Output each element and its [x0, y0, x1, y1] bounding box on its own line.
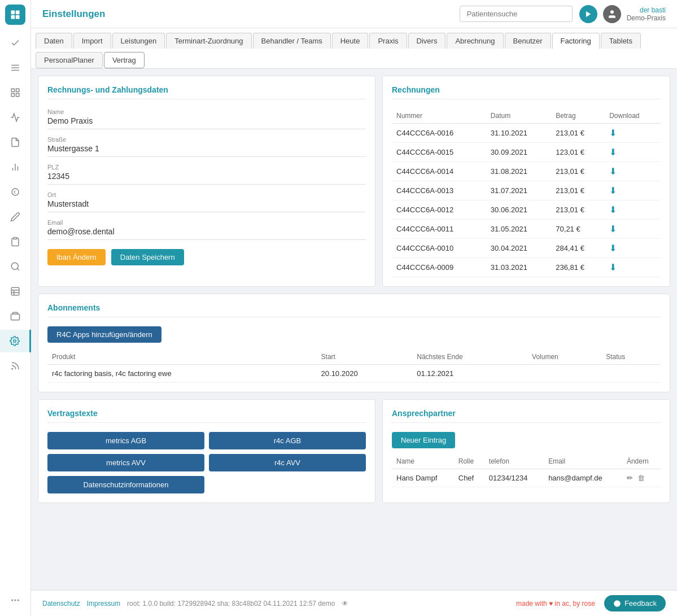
sidebar-item-check[interactable]: [4, 32, 27, 54]
page-title: Einstellungen: [42, 8, 460, 20]
delete-icon[interactable]: 🗑: [637, 474, 645, 482]
tab-benutzer[interactable]: Benutzer: [505, 33, 551, 49]
svg-text:€: €: [14, 190, 16, 195]
rechnungs-title: Rechnungs- und Zahlungsdaten: [47, 85, 366, 99]
add-apps-button[interactable]: R4C Apps hinzufügen/ändern: [47, 326, 161, 343]
download-cell[interactable]: ⬇: [605, 124, 661, 143]
sidebar-item-more[interactable]: [4, 589, 27, 611]
subtab-personalplaner[interactable]: PersonalPlaner: [36, 52, 103, 68]
ort-value: Musterstadt: [47, 199, 366, 212]
avatar[interactable]: [603, 5, 621, 23]
invoice-datum: 31.03.2021: [486, 258, 551, 277]
tab-daten[interactable]: Daten: [36, 33, 72, 49]
sidebar-item-chart[interactable]: [4, 106, 27, 129]
invoice-datum: 31.05.2021: [486, 220, 551, 239]
sidebar-item-analytics[interactable]: [4, 156, 27, 178]
download-icon[interactable]: ⬇: [609, 186, 617, 195]
metrics-avv-button[interactable]: metrics AVV: [47, 454, 204, 471]
app-logo[interactable]: [5, 5, 25, 25]
tab-praxis[interactable]: Praxis: [369, 33, 407, 49]
sidebar-item-pen[interactable]: [4, 206, 27, 228]
search-input[interactable]: [460, 6, 573, 22]
strasse-label: Straße: [47, 136, 366, 143]
download-icon[interactable]: ⬇: [609, 243, 617, 253]
r4c-avv-button[interactable]: r4c AVV: [209, 454, 366, 471]
sidebar-item-grid[interactable]: [4, 81, 27, 104]
abo-row: r4c factoring basis, r4c factoring ewe 2…: [47, 365, 661, 383]
col-nummer: Nummer: [392, 108, 486, 124]
download-icon[interactable]: ⬇: [609, 147, 617, 157]
tab-heute[interactable]: Heute: [332, 33, 369, 49]
vertragstexte-title: Vertragstexte: [47, 409, 366, 423]
tab-tablets[interactable]: Tablets: [601, 33, 641, 49]
sidebar-item-settings[interactable]: [0, 330, 31, 352]
impressum-link[interactable]: Impressum: [87, 600, 120, 608]
main-tabs: Daten Import Leistungen Terminart-Zuordn…: [36, 28, 672, 49]
content-area: Rechnungs- und Zahlungsdaten Name Demo P…: [31, 69, 677, 590]
download-icon[interactable]: ⬇: [609, 167, 617, 176]
sidebar-item-clipboard[interactable]: [4, 230, 27, 253]
tab-factoring[interactable]: Factoring: [552, 33, 600, 49]
iban-button[interactable]: Iban Ändern: [47, 249, 106, 265]
abo-col-produkt: Produkt: [47, 349, 317, 365]
datenschutz-button[interactable]: Datenschutzinformationen: [47, 476, 204, 493]
invoice-nummer: C44CCC6A-0009: [392, 258, 486, 277]
download-icon[interactable]: ⬇: [609, 205, 617, 215]
plz-value: 12345: [47, 172, 366, 185]
col-betrag: Betrag: [551, 108, 605, 124]
save-button[interactable]: Daten Speichern: [111, 249, 184, 265]
download-cell[interactable]: ⬇: [605, 220, 661, 239]
svg-rect-16: [14, 238, 17, 239]
table-row: C44CCC6A-0012 30.06.2021 213,01 € ⬇: [392, 200, 661, 220]
feedback-button[interactable]: Feedback: [604, 595, 666, 611]
sidebar-item-rss[interactable]: [4, 355, 27, 377]
r4c-agb-button[interactable]: r4c AGB: [209, 432, 366, 449]
sidebar-item-search[interactable]: [4, 255, 27, 278]
svg-point-26: [15, 600, 16, 601]
ap-col-name: Name: [392, 454, 454, 469]
sidebar-item-menu[interactable]: [4, 56, 27, 79]
svg-point-25: [12, 369, 13, 370]
invoice-nummer: C44CCC6A-0016: [392, 124, 486, 143]
email-group: Email demo@rose.dental: [47, 219, 366, 240]
ap-actions: ✏ 🗑: [622, 469, 661, 487]
download-icon[interactable]: ⬇: [609, 128, 617, 138]
sidebar-item-document[interactable]: [4, 131, 27, 154]
download-cell[interactable]: ⬇: [605, 181, 661, 200]
svg-rect-10: [16, 94, 19, 97]
play-button[interactable]: [579, 5, 597, 23]
tab-abrechnung[interactable]: Abrechnung: [447, 33, 503, 49]
subtab-vertrag[interactable]: Vertrag: [104, 52, 145, 68]
svg-rect-9: [11, 94, 14, 97]
bottom-panels: Vertragstexte metrics AGB r4c AGB metric…: [38, 399, 670, 503]
datenschutz-link[interactable]: Datenschutz: [42, 600, 80, 608]
abo-col-ende: Nächstes Ende: [412, 349, 527, 365]
download-cell[interactable]: ⬇: [605, 143, 661, 162]
tab-leistungen[interactable]: Leistungen: [112, 33, 165, 49]
ansprechpartner-panel: Ansprechpartner Neuer Eintrag Name Rolle…: [382, 399, 670, 503]
col-download: Download: [605, 108, 661, 124]
svg-marker-29: [586, 11, 591, 17]
download-icon[interactable]: ⬇: [609, 263, 617, 272]
name-value: Demo Praxis: [47, 116, 366, 129]
sidebar-item-table[interactable]: [4, 280, 27, 303]
download-cell[interactable]: ⬇: [605, 200, 661, 220]
download-cell[interactable]: ⬇: [605, 239, 661, 258]
download-icon[interactable]: ⬇: [609, 224, 617, 234]
invoice-betrag: 236,81 €: [551, 258, 605, 277]
sidebar-item-id[interactable]: [4, 305, 27, 327]
tab-terminart[interactable]: Terminart-Zuordnung: [166, 33, 251, 49]
download-cell[interactable]: ⬇: [605, 162, 661, 181]
ap-name: Hans Dampf: [392, 469, 454, 487]
download-cell[interactable]: ⬇: [605, 258, 661, 277]
tab-behandler[interactable]: Behandler / Teams: [253, 33, 331, 49]
new-entry-button[interactable]: Neuer Eintrag: [392, 432, 455, 448]
sidebar-item-euro[interactable]: €: [4, 181, 27, 203]
tab-divers[interactable]: Divers: [408, 33, 446, 49]
svg-rect-19: [11, 287, 19, 295]
svg-rect-23: [11, 314, 20, 320]
tab-import[interactable]: Import: [73, 33, 111, 49]
edit-icon[interactable]: ✏: [627, 474, 633, 482]
metrics-agb-button[interactable]: metrics AGB: [47, 432, 204, 449]
invoice-datum: 31.07.2021: [486, 181, 551, 200]
